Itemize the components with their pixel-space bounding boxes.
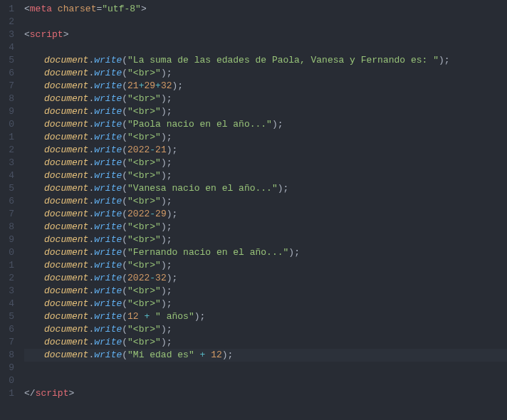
method-write: write xyxy=(94,311,122,322)
line-number: 2 xyxy=(0,144,14,157)
identifier-document: document xyxy=(44,285,88,296)
method-write: write xyxy=(94,196,122,206)
method-write: write xyxy=(94,80,122,91)
code-line: document.write(2022-21); xyxy=(24,144,507,157)
code-line: document.write("<br>"); xyxy=(24,336,507,349)
line-number: 1 xyxy=(0,259,14,272)
code-line: document.write("Fernando nacio en el año… xyxy=(24,246,507,259)
line-number: 9 xyxy=(0,233,14,246)
method-write: write xyxy=(94,55,122,65)
method-write: write xyxy=(94,132,122,142)
code-line: document.write("La suma de las edades de… xyxy=(24,54,507,67)
identifier-document: document xyxy=(44,68,88,78)
code-line-blank xyxy=(24,362,507,374)
method-write: write xyxy=(94,298,122,309)
line-number: 0 xyxy=(0,246,14,259)
identifier-document: document xyxy=(44,80,88,91)
method-write: write xyxy=(94,285,122,296)
identifier-document: document xyxy=(44,145,88,155)
identifier-document: document xyxy=(44,311,88,322)
code-line: document.write("<br>"); xyxy=(24,233,507,246)
method-write: write xyxy=(94,119,122,130)
line-number: 7 xyxy=(0,208,14,221)
identifier-document: document xyxy=(44,170,88,181)
line-number: 2 xyxy=(0,16,14,28)
code-line: <script> xyxy=(24,28,507,41)
line-number: 8 xyxy=(0,221,14,233)
line-number: 3 xyxy=(0,28,14,41)
identifier-document: document xyxy=(44,273,88,283)
identifier-document: document xyxy=(44,260,88,271)
line-number: 1 xyxy=(0,3,14,16)
method-write: write xyxy=(94,273,122,283)
code-line: document.write("<br>"); xyxy=(24,195,507,208)
line-number: 7 xyxy=(0,336,14,349)
identifier-document: document xyxy=(44,196,88,206)
identifier-document: document xyxy=(44,183,88,194)
line-number: 6 xyxy=(0,323,14,336)
code-line: document.write("<br>"); xyxy=(24,67,507,80)
code-line: document.write("<br>"); xyxy=(24,169,507,182)
identifier-document: document xyxy=(44,93,88,104)
code-line: </script> xyxy=(24,387,507,400)
code-line: document.write("<br>"); xyxy=(24,323,507,336)
line-number: 6 xyxy=(0,67,14,80)
identifier-document: document xyxy=(44,106,88,117)
code-line: document.write(2022-29); xyxy=(24,208,507,221)
code-line: document.write("<br>"); xyxy=(24,131,507,144)
identifier-document: document xyxy=(44,337,88,347)
code-line: document.write("<br>"); xyxy=(24,285,507,298)
tag-script-open: script xyxy=(30,29,63,40)
code-editor[interactable]: <meta charset="utf-8"><script>document.w… xyxy=(20,0,507,420)
method-write: write xyxy=(94,209,122,219)
line-number: 9 xyxy=(0,362,14,374)
code-line-blank xyxy=(24,16,507,28)
code-line: document.write("<br>"); xyxy=(24,221,507,233)
identifier-document: document xyxy=(44,55,88,65)
line-number: 5 xyxy=(0,54,14,67)
line-number: 2 xyxy=(0,272,14,285)
code-line-blank xyxy=(24,374,507,387)
code-line-blank xyxy=(24,41,507,54)
line-number: 9 xyxy=(0,105,14,118)
method-write: write xyxy=(94,247,122,258)
code-line: document.write("<br>"); xyxy=(24,298,507,310)
line-number: 1 xyxy=(0,131,14,144)
line-number: 4 xyxy=(0,298,14,310)
method-write: write xyxy=(94,106,122,117)
line-number: 0 xyxy=(0,118,14,131)
method-write: write xyxy=(94,337,122,347)
method-write: write xyxy=(94,145,122,155)
method-write: write xyxy=(94,234,122,245)
line-number-gutter: 1234567890123456789012345678901 xyxy=(0,0,20,420)
tag-meta: meta xyxy=(30,4,52,14)
code-line: document.write(12 + " años"); xyxy=(24,310,507,323)
method-write: write xyxy=(94,93,122,104)
line-number: 3 xyxy=(0,157,14,169)
identifier-document: document xyxy=(44,324,88,335)
line-number: 6 xyxy=(0,195,14,208)
identifier-document: document xyxy=(44,132,88,142)
method-write: write xyxy=(94,157,122,168)
method-write: write xyxy=(94,350,122,360)
line-number: 4 xyxy=(0,169,14,182)
line-number: 0 xyxy=(0,374,14,387)
code-line: document.write("<br>"); xyxy=(24,93,507,105)
line-number: 5 xyxy=(0,182,14,195)
identifier-document: document xyxy=(44,209,88,219)
tag-script-close: script xyxy=(36,388,69,399)
method-write: write xyxy=(94,68,122,78)
identifier-document: document xyxy=(44,157,88,168)
code-line: document.write(21+29+32); xyxy=(24,80,507,93)
method-write: write xyxy=(94,183,122,194)
line-number: 4 xyxy=(0,41,14,54)
identifier-document: document xyxy=(44,298,88,309)
line-number: 3 xyxy=(0,285,14,298)
identifier-document: document xyxy=(44,234,88,245)
method-write: write xyxy=(94,221,122,232)
code-line: document.write("<br>"); xyxy=(24,259,507,272)
line-number: 7 xyxy=(0,80,14,93)
line-number: 8 xyxy=(0,349,14,362)
identifier-document: document xyxy=(44,350,88,360)
identifier-document: document xyxy=(44,221,88,232)
